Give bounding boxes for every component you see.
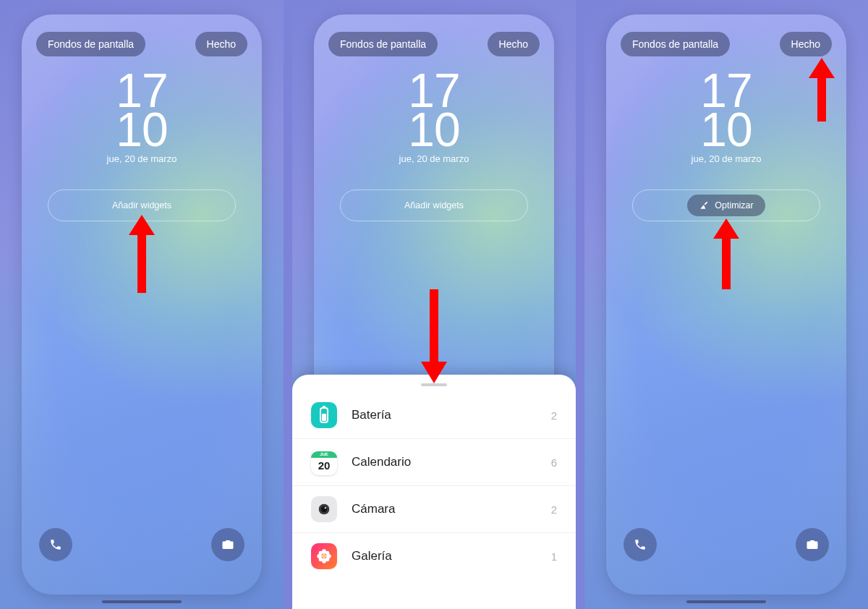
svg-point-11 (319, 551, 323, 555)
sheet-item-camera[interactable]: Cámara 2 (292, 486, 576, 533)
sheet-item-count: 2 (551, 503, 557, 516)
broom-icon (699, 200, 709, 210)
widget-slot[interactable]: Añadir widgets (340, 189, 528, 221)
sheet-item-label: Batería (352, 408, 537, 422)
add-widgets-label: Añadir widgets (404, 200, 464, 210)
add-widgets-label: Añadir widgets (112, 200, 171, 210)
sheet-item-count: 2 (551, 409, 557, 422)
top-bar: Fondos de pantalla Hecho (328, 32, 540, 56)
camera-shortcut[interactable] (796, 528, 829, 561)
battery-icon (311, 402, 337, 428)
sheet-item-count: 1 (551, 550, 557, 563)
svg-point-4 (321, 506, 327, 512)
optimize-widget[interactable]: Optimizar (687, 195, 765, 216)
phone-icon (634, 538, 647, 551)
gallery-icon (311, 543, 337, 569)
home-indicator (686, 600, 766, 603)
svg-rect-2 (322, 414, 326, 421)
phone-shortcut[interactable] (39, 528, 72, 561)
clock-date: jue, 20 de marzo (584, 153, 868, 164)
calendar-badge-num: 20 (318, 458, 331, 474)
svg-point-14 (326, 558, 330, 562)
sheet-item-label: Cámara (352, 502, 537, 516)
camera-icon (806, 538, 819, 551)
sheet-item-battery[interactable]: Batería 2 (292, 392, 576, 439)
calendar-badge-top: JUE (311, 451, 337, 458)
svg-point-15 (323, 555, 326, 558)
sheet-item-gallery[interactable]: Galería 1 (292, 533, 576, 579)
phone-icon (49, 538, 62, 551)
shortcut-row (624, 528, 829, 561)
wallpapers-button[interactable]: Fondos de pantalla (36, 32, 145, 56)
add-widgets-button[interactable]: Añadir widgets (99, 196, 184, 215)
widget-picker-sheet[interactable]: Batería 2 JUE 20 Calendario 6 Cámara 2 G… (292, 375, 576, 609)
svg-rect-1 (323, 406, 326, 408)
lock-clock: 17 10 jue, 20 de marzo (0, 71, 284, 164)
phone-shortcut[interactable] (624, 528, 657, 561)
camera-icon (221, 538, 234, 551)
camera-app-icon (311, 496, 337, 522)
done-button[interactable]: Hecho (780, 32, 832, 56)
done-button[interactable]: Hecho (195, 32, 247, 56)
lock-clock: 17 10 jue, 20 de marzo (292, 71, 576, 164)
svg-point-13 (319, 558, 323, 562)
sheet-item-label: Galería (352, 549, 537, 563)
calendar-icon: JUE 20 (311, 449, 337, 475)
svg-point-5 (325, 507, 326, 508)
wallpapers-button[interactable]: Fondos de pantalla (328, 32, 438, 56)
clock-date: jue, 20 de marzo (292, 153, 576, 164)
annotation-arrow (806, 56, 838, 122)
annotation-arrow (418, 289, 450, 385)
shortcut-row (39, 528, 244, 561)
camera-shortcut[interactable] (211, 528, 244, 561)
top-bar: Fondos de pantalla Hecho (621, 32, 832, 56)
screen-3: Fondos de pantalla Hecho 17 10 jue, 20 d… (584, 0, 868, 609)
annotation-arrow (126, 213, 158, 293)
clock-date: jue, 20 de marzo (0, 153, 284, 164)
done-button[interactable]: Hecho (488, 32, 540, 56)
annotation-arrow (710, 217, 742, 289)
sheet-item-calendar[interactable]: JUE 20 Calendario 6 (292, 439, 576, 486)
add-widgets-button[interactable]: Añadir widgets (391, 196, 477, 215)
clock-minutes: 10 (0, 110, 284, 149)
wallpapers-button[interactable]: Fondos de pantalla (621, 32, 730, 56)
svg-point-12 (326, 551, 330, 555)
clock-minutes: 10 (292, 110, 576, 149)
screen-2: Fondos de pantalla Hecho 17 10 jue, 20 d… (292, 0, 576, 609)
home-indicator (102, 600, 182, 603)
sheet-item-count: 6 (551, 456, 557, 469)
optimize-label: Optimizar (715, 200, 753, 210)
top-bar: Fondos de pantalla Hecho (36, 32, 247, 56)
sheet-item-label: Calendario (352, 455, 537, 469)
screen-1: Fondos de pantalla Hecho 17 10 jue, 20 d… (0, 0, 284, 609)
